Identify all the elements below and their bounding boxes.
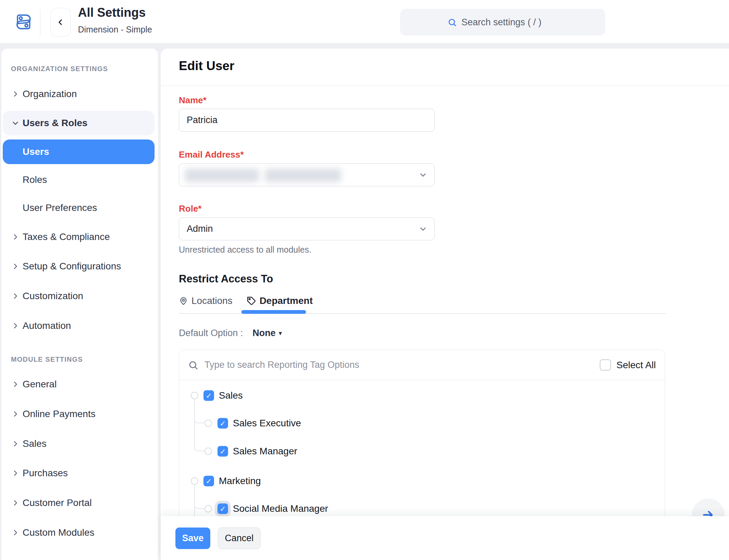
sidebar-item-setup-configurations[interactable]: Setup & Configurations xyxy=(3,254,155,279)
sidebar-item-online-payments[interactable]: Online Payments xyxy=(3,402,155,426)
sidebar-item-customer-portal[interactable]: Customer Portal xyxy=(3,491,155,515)
tree-node-circle[interactable] xyxy=(191,392,198,399)
sidebar-item-sales[interactable]: Sales xyxy=(3,431,155,456)
zoho-books-logo[interactable] xyxy=(14,12,33,31)
tree-node-circle[interactable] xyxy=(204,419,212,427)
default-option-label: Default Option : xyxy=(179,328,243,338)
tabs-underline xyxy=(179,313,666,314)
chevron-down-icon xyxy=(419,171,427,179)
page-subtitle: Dimension - Simple xyxy=(78,25,152,35)
section-organization-settings: ORGANIZATION SETTINGS xyxy=(11,65,108,73)
email-label: Email Address* xyxy=(179,149,244,160)
tree-item-marketing: Marketing xyxy=(179,471,665,491)
top-bar: All Settings Dimension - Simple xyxy=(0,0,729,43)
chevron-right-icon xyxy=(12,469,19,477)
checkbox-checked[interactable] xyxy=(217,418,228,429)
tree-item-social-media-manager: Social Media Manager xyxy=(179,498,665,519)
select-all-control[interactable]: Select All xyxy=(600,359,656,371)
chevron-down-icon xyxy=(12,119,19,127)
chevron-left-icon xyxy=(57,18,64,26)
caret-down-icon: ▾ xyxy=(279,330,282,336)
sidebar-item-roles[interactable]: Roles xyxy=(3,168,155,192)
tree-item-sales: Sales xyxy=(179,385,665,406)
tree-item-sales-executive: Sales Executive xyxy=(179,413,665,434)
page-heading: Edit User xyxy=(179,59,234,73)
tab-department[interactable]: Department xyxy=(247,295,313,306)
role-label: Role* xyxy=(179,203,201,214)
settings-search[interactable] xyxy=(400,9,605,36)
form-footer: Save Cancel xyxy=(161,516,729,560)
sidebar-item-purchases[interactable]: Purchases xyxy=(3,461,155,485)
sidebar-item-organization[interactable]: Organization xyxy=(3,82,155,106)
search-icon xyxy=(188,360,198,370)
section-module-settings: MODULE SETTINGS xyxy=(11,356,83,363)
chevron-right-icon xyxy=(12,529,19,536)
chevron-down-icon xyxy=(419,225,427,234)
cancel-button[interactable]: Cancel xyxy=(218,528,261,549)
select-all-checkbox[interactable] xyxy=(600,359,611,371)
sidebar-item-users-roles[interactable]: Users & Roles xyxy=(3,111,155,135)
tree-node-circle[interactable] xyxy=(191,477,198,485)
sidebar-item-customization[interactable]: Customization xyxy=(3,284,155,308)
page-title: All Settings xyxy=(78,5,146,20)
app-window: All Settings Dimension - Simple ORGANIZA… xyxy=(0,0,729,560)
save-button[interactable]: Save xyxy=(175,528,210,549)
restrict-tabs: Locations Department xyxy=(179,293,313,309)
chevron-right-icon xyxy=(12,292,19,300)
tag-options-search-input[interactable] xyxy=(204,359,600,371)
default-option-dropdown[interactable]: None ▾ xyxy=(253,328,282,338)
role-help-text: Unrestricted access to all modules. xyxy=(179,245,312,255)
email-select[interactable] xyxy=(179,163,435,186)
back-button[interactable] xyxy=(50,8,71,37)
name-label: Name* xyxy=(179,95,207,106)
location-pin-icon xyxy=(179,296,188,306)
edit-user-panel: Edit User Name* Email Address* Role* Adm… xyxy=(161,49,729,560)
chevron-right-icon xyxy=(12,233,19,241)
default-option-row: Default Option : None ▾ xyxy=(179,326,282,340)
tag-icon xyxy=(247,296,256,306)
sidebar-item-users[interactable]: Users xyxy=(3,139,155,164)
sidebar-item-user-preferences[interactable]: User Preferences xyxy=(3,196,155,220)
restrict-access-heading: Restrict Access To xyxy=(179,273,273,285)
role-select[interactable]: Admin xyxy=(179,217,435,240)
sidebar-item-general[interactable]: General xyxy=(3,372,155,397)
checkbox-checked[interactable] xyxy=(203,476,214,486)
checkbox-checked-focused[interactable] xyxy=(217,504,228,514)
tree-node-circle[interactable] xyxy=(204,448,212,455)
checkbox-checked[interactable] xyxy=(203,390,214,401)
checkbox-checked[interactable] xyxy=(217,446,228,457)
chevron-right-icon xyxy=(12,90,19,98)
select-all-label: Select All xyxy=(617,360,656,371)
chevron-right-icon xyxy=(12,263,19,270)
heading-divider xyxy=(161,85,729,86)
chevron-right-icon xyxy=(12,440,19,448)
chevron-right-icon xyxy=(12,322,19,330)
tree-node-circle[interactable] xyxy=(204,505,212,512)
role-value: Admin xyxy=(187,224,213,234)
name-field[interactable] xyxy=(179,109,435,132)
sidebar-item-taxes-compliance[interactable]: Taxes & Compliance xyxy=(3,225,155,249)
chevron-right-icon xyxy=(12,499,19,507)
sidebar-item-custom-modules[interactable]: Custom Modules xyxy=(3,520,155,545)
search-icon xyxy=(448,18,457,27)
redacted-email-blur xyxy=(265,169,341,182)
settings-sidebar: ORGANIZATION SETTINGS Organization Users… xyxy=(1,49,158,560)
chevron-right-icon xyxy=(12,381,19,388)
chevron-right-icon xyxy=(12,410,19,418)
active-tab-indicator xyxy=(241,310,306,314)
tab-locations[interactable]: Locations xyxy=(179,295,233,306)
tree-search-row: Select All xyxy=(179,350,665,380)
sidebar-item-automation[interactable]: Automation xyxy=(3,314,155,338)
tree-item-sales-manager: Sales Manager xyxy=(179,441,665,462)
header-divider xyxy=(40,10,40,36)
redacted-email-blur xyxy=(185,169,259,182)
settings-search-input[interactable] xyxy=(461,17,558,28)
